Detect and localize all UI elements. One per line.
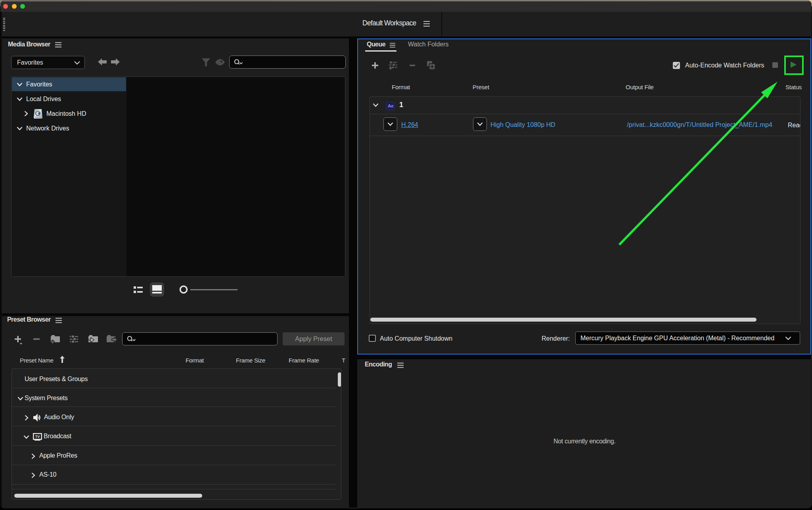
svg-text:TV: TV [35,435,40,439]
